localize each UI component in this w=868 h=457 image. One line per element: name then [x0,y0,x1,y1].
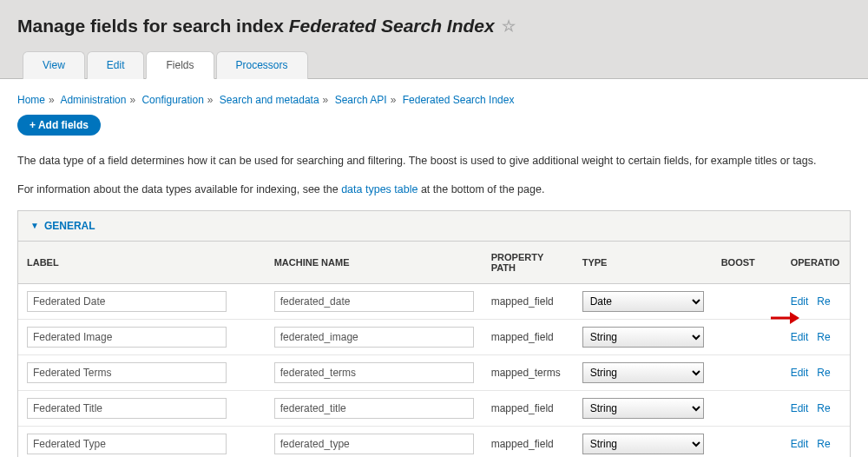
intro-paragraph-1: The data type of a field determines how … [17,153,851,169]
type-select[interactable]: Date [582,291,704,312]
label-input[interactable] [27,398,227,419]
property-path: mapped_field [483,283,574,319]
breadcrumb-admin[interactable]: Administration [60,94,126,106]
remove-link[interactable]: Re [817,331,830,343]
col-machine: MACHINE NAME [266,242,483,284]
property-path: mapped_field [483,319,574,354]
breadcrumb-home[interactable]: Home [17,94,45,106]
general-fieldset: ▼ GENERAL LABEL MACHINE NAME PROPERTY PA… [17,210,851,458]
breadcrumb: Home» Administration» Configuration» Sea… [17,94,851,106]
label-input[interactable] [27,362,227,383]
tab-processors[interactable]: Processors [216,51,308,79]
edit-link[interactable]: Edit [791,402,809,414]
table-row: mapped_fieldStringEditRe [18,426,850,457]
table-row: mapped_fieldStringEditRe [18,390,850,426]
machine-name-input[interactable] [274,398,474,419]
label-input[interactable] [27,291,227,312]
col-type: TYPE [574,242,713,284]
property-path: mapped_terms [483,354,574,390]
remove-link[interactable]: Re [817,402,830,414]
machine-name-input[interactable] [274,434,474,454]
breadcrumb-index[interactable]: Federated Search Index [403,94,515,106]
page-title: Manage fields for search index Federated… [17,16,851,50]
type-select[interactable]: String [582,434,704,454]
title-prefix: Manage fields for search index [17,16,289,36]
favorite-star-icon[interactable]: ☆ [502,17,516,36]
table-row: mapped_fieldStringEditRe [18,319,850,354]
remove-link[interactable]: Re [817,295,830,308]
breadcrumb-api[interactable]: Search API [335,94,387,106]
label-input[interactable] [27,434,227,454]
breadcrumb-config[interactable]: Configuration [141,94,203,106]
caret-down-icon: ▼ [30,221,39,230]
fields-table: LABEL MACHINE NAME PROPERTY PATH TYPE BO… [18,242,850,458]
machine-name-input[interactable] [274,291,474,312]
col-path: PROPERTY PATH [483,242,574,284]
label-input[interactable] [27,327,227,348]
type-select[interactable]: String [582,398,704,419]
annotation-arrow-icon [769,309,800,327]
tab-edit[interactable]: Edit [87,51,145,79]
property-path: mapped_field [483,390,574,426]
property-path: mapped_field [483,426,574,457]
type-select[interactable]: String [582,362,704,383]
edit-link[interactable]: Edit [791,295,809,308]
edit-link[interactable]: Edit [791,438,809,450]
col-ops: OPERATIO [782,242,850,284]
machine-name-input[interactable] [274,327,474,348]
general-fieldset-label: GENERAL [44,220,95,232]
general-fieldset-toggle[interactable]: ▼ GENERAL [18,211,850,241]
data-types-table-link[interactable]: data types table [341,183,418,195]
table-row: mapped_termsStringEditRe [18,354,850,390]
type-select[interactable]: String [582,327,704,348]
remove-link[interactable]: Re [817,367,830,379]
intro-paragraph-2: For information about the data types ava… [17,182,851,198]
primary-tabs: View Edit Fields Processors [23,50,851,78]
tab-view[interactable]: View [23,51,85,79]
remove-link[interactable]: Re [817,438,830,450]
title-index-name: Federated Search Index [289,16,495,36]
add-fields-button[interactable]: + Add fields [17,115,101,136]
table-row: mapped_fieldDateEditRe [18,283,850,319]
edit-link[interactable]: Edit [791,367,809,379]
edit-link[interactable]: Edit [791,331,809,343]
machine-name-input[interactable] [274,362,474,383]
col-label: LABEL [18,242,266,284]
tab-fields[interactable]: Fields [146,51,214,79]
breadcrumb-meta[interactable]: Search and metadata [220,94,319,106]
col-boost: BOOST [713,242,782,284]
